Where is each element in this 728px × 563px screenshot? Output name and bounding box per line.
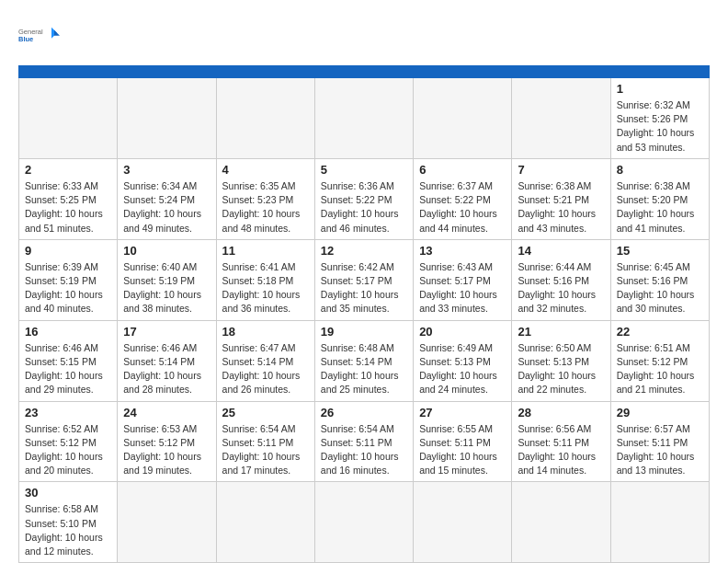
svg-marker-3	[54, 30, 60, 36]
header-row	[19, 66, 710, 78]
empty-cell	[314, 78, 413, 159]
week-row-4: 16 Sunrise: 6:46 AMSunset: 5:15 PMDaylig…	[19, 320, 710, 401]
day-28: 28 Sunrise: 6:56 AMSunset: 5:11 PMDaylig…	[512, 401, 610, 482]
week-row-2: 2 Sunrise: 6:33 AMSunset: 5:25 PMDayligh…	[19, 158, 710, 239]
day-22: 22 Sunrise: 6:51 AMSunset: 5:12 PMDaylig…	[610, 320, 709, 401]
page-header: General Blue	[18, 18, 710, 51]
day-21: 21 Sunrise: 6:50 AMSunset: 5:13 PMDaylig…	[512, 320, 610, 401]
day-30: 30 Sunrise: 6:58 AMSunset: 5:10 PMDaylig…	[19, 482, 118, 563]
empty-cell	[118, 482, 216, 563]
col-wednesday	[314, 66, 413, 78]
empty-cell	[314, 482, 413, 563]
col-friday	[512, 66, 610, 78]
empty-cell	[414, 78, 512, 159]
day-18: 18 Sunrise: 6:47 AMSunset: 5:14 PMDaylig…	[216, 320, 314, 401]
day-12: 12 Sunrise: 6:42 AMSunset: 5:17 PMDaylig…	[314, 239, 413, 320]
day-14: 14 Sunrise: 6:44 AMSunset: 5:16 PMDaylig…	[512, 239, 610, 320]
empty-cell	[610, 482, 709, 563]
day-20: 20 Sunrise: 6:49 AMSunset: 5:13 PMDaylig…	[414, 320, 512, 401]
week-row-5: 23 Sunrise: 6:52 AMSunset: 5:12 PMDaylig…	[19, 401, 710, 482]
logo-svg: General Blue	[18, 18, 60, 51]
day-9: 9 Sunrise: 6:39 AMSunset: 5:19 PMDayligh…	[19, 239, 118, 320]
day-25: 25 Sunrise: 6:54 AMSunset: 5:11 PMDaylig…	[216, 401, 314, 482]
empty-cell	[216, 78, 314, 159]
day-3: 3 Sunrise: 6:34 AMSunset: 5:24 PMDayligh…	[118, 158, 216, 239]
day-13: 13 Sunrise: 6:43 AMSunset: 5:17 PMDaylig…	[414, 239, 512, 320]
day-8: 8 Sunrise: 6:38 AMSunset: 5:20 PMDayligh…	[610, 158, 709, 239]
logo: General Blue	[18, 18, 60, 51]
col-thursday	[414, 66, 512, 78]
col-tuesday	[216, 66, 314, 78]
col-monday	[118, 66, 216, 78]
day-7: 7 Sunrise: 6:38 AMSunset: 5:21 PMDayligh…	[512, 158, 610, 239]
calendar-table: 1 Sunrise: 6:32 AMSunset: 5:26 PMDayligh…	[18, 65, 710, 563]
day-1: 1 Sunrise: 6:32 AMSunset: 5:26 PMDayligh…	[610, 78, 709, 159]
day-11: 11 Sunrise: 6:41 AMSunset: 5:18 PMDaylig…	[216, 239, 314, 320]
day-2: 2 Sunrise: 6:33 AMSunset: 5:25 PMDayligh…	[19, 158, 118, 239]
day-26: 26 Sunrise: 6:54 AMSunset: 5:11 PMDaylig…	[314, 401, 413, 482]
svg-text:Blue: Blue	[18, 35, 33, 43]
day-4: 4 Sunrise: 6:35 AMSunset: 5:23 PMDayligh…	[216, 158, 314, 239]
day-6: 6 Sunrise: 6:37 AMSunset: 5:22 PMDayligh…	[414, 158, 512, 239]
day-17: 17 Sunrise: 6:46 AMSunset: 5:14 PMDaylig…	[118, 320, 216, 401]
col-saturday	[610, 66, 709, 78]
week-row-3: 9 Sunrise: 6:39 AMSunset: 5:19 PMDayligh…	[19, 239, 710, 320]
day-15: 15 Sunrise: 6:45 AMSunset: 5:16 PMDaylig…	[610, 239, 709, 320]
day-number: 1	[617, 82, 703, 96]
empty-cell	[512, 482, 610, 563]
day-info: Sunrise: 6:32 AMSunset: 5:26 PMDaylight:…	[617, 98, 703, 155]
day-10: 10 Sunrise: 6:40 AMSunset: 5:19 PMDaylig…	[118, 239, 216, 320]
day-29: 29 Sunrise: 6:57 AMSunset: 5:11 PMDaylig…	[610, 401, 709, 482]
day-24: 24 Sunrise: 6:53 AMSunset: 5:12 PMDaylig…	[118, 401, 216, 482]
week-row-1: 1 Sunrise: 6:32 AMSunset: 5:26 PMDayligh…	[19, 78, 710, 159]
empty-cell	[414, 482, 512, 563]
empty-cell	[216, 482, 314, 563]
col-sunday	[19, 66, 118, 78]
empty-cell	[512, 78, 610, 159]
day-5: 5 Sunrise: 6:36 AMSunset: 5:22 PMDayligh…	[314, 158, 413, 239]
empty-cell	[19, 78, 118, 159]
week-row-6: 30 Sunrise: 6:58 AMSunset: 5:10 PMDaylig…	[19, 482, 710, 563]
empty-cell	[118, 78, 216, 159]
day-27: 27 Sunrise: 6:55 AMSunset: 5:11 PMDaylig…	[414, 401, 512, 482]
day-16: 16 Sunrise: 6:46 AMSunset: 5:15 PMDaylig…	[19, 320, 118, 401]
day-19: 19 Sunrise: 6:48 AMSunset: 5:14 PMDaylig…	[314, 320, 413, 401]
day-23: 23 Sunrise: 6:52 AMSunset: 5:12 PMDaylig…	[19, 401, 118, 482]
